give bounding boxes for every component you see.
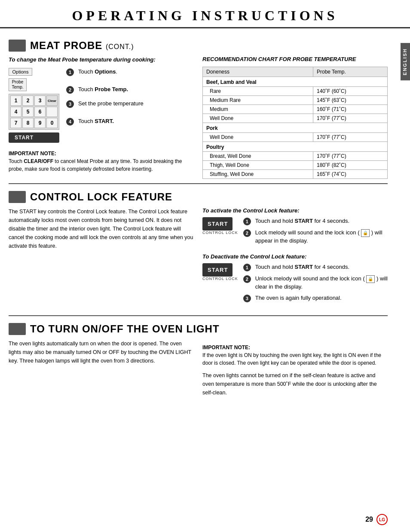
control-lock-sublabel-activate: CONTROL LOCK <box>202 231 238 235</box>
key-1[interactable]: 1 <box>10 95 21 106</box>
oven-light-title: TO TURN ON/OFF THE OVEN LIGHT <box>30 323 220 335</box>
step-1-text: Touch Options. <box>78 68 117 76</box>
activate-steps: 1 Touch and hold START for 4 seconds. 2 … <box>243 217 388 248</box>
keypad-grid: 1 2 3 Clear 4 5 6 7 8 9 0 <box>9 94 59 130</box>
start-control-button-activate[interactable]: START <box>202 217 233 231</box>
step-4-text: Touch START. <box>78 117 114 125</box>
start-control-button-deactivate[interactable]: START <box>202 263 233 277</box>
step-3-num: 3 <box>66 100 74 108</box>
options-button[interactable]: Options <box>9 68 32 76</box>
probe-chart-col: RECOMMENDATION CHART FOR PROBE TEMPERATU… <box>202 56 388 179</box>
control-lock-description: The START key controls the Control Lock … <box>9 207 194 250</box>
key-3[interactable]: 3 <box>34 95 46 106</box>
table-row: Pork <box>203 123 388 132</box>
control-lock-left: The START key controls the Control Lock … <box>9 207 194 311</box>
oven-light-right: IMPORTANT NOTE: If the oven light is ON … <box>202 339 388 397</box>
step-4-row: 4 Touch START. <box>66 117 144 126</box>
category-pork: Pork <box>203 123 388 132</box>
key-7[interactable]: 7 <box>10 118 21 128</box>
probe-table: Doneness Probe Temp. Beef, Lamb and Veal… <box>202 67 388 179</box>
step-1-num: 1 <box>66 68 74 76</box>
table-row: Stuffing, Well Done 165˚F (74˚C) <box>203 169 388 178</box>
key-empty <box>46 107 58 117</box>
step-2-text: Touch Probe Temp. <box>78 86 128 93</box>
key-0[interactable]: 0 <box>46 118 58 128</box>
lock-icon-2: 🔒 <box>366 275 375 283</box>
lock-icon: 🔒 <box>361 229 370 237</box>
ui-elements: Options Probe Temp. 1 2 3 Clear 4 5 6 <box>9 68 59 143</box>
key-5[interactable]: 5 <box>22 107 34 117</box>
table-row: Well Done 170˚F (77˚C) <box>203 114 388 123</box>
keypad-instruction: To change the Meat Probe temperature dur… <box>9 56 194 64</box>
category-poultry: Poultry <box>203 141 388 151</box>
page-number: 29 <box>365 516 373 523</box>
meat-probe-title: MEAT PROBE (cont.) <box>30 40 134 52</box>
activate-step-1: 1 Touch and hold START for 4 seconds. <box>243 217 388 225</box>
oven-light-extra: The oven lights cannot be turned on if t… <box>202 371 388 397</box>
activate-btn-col: START CONTROL LOCK <box>202 217 238 235</box>
control-lock-header: CONTROL LOCK FEATURE <box>9 191 388 203</box>
lg-logo: LG <box>376 514 388 525</box>
deactivate-title: To Deactivate the Control Lock feature: <box>202 253 388 260</box>
step-2-num: 2 <box>66 86 74 94</box>
category-beef: Beef, Lamb and Veal <box>203 77 388 86</box>
deactivate-row: START CONTROL LOCK 1 Touch and hold STAR… <box>202 263 388 306</box>
col-doneness: Doneness <box>203 67 313 77</box>
meat-probe-header: MEAT PROBE (cont.) <box>9 40 388 52</box>
table-row: Rare 140˚F (60˚C) <box>203 86 388 95</box>
important-note: IMPORTANT NOTE: Touch CLEAR/OFF to cance… <box>9 150 194 173</box>
step-3-row: 3 Set the probe temperature <box>66 100 144 108</box>
activate-step-2: 2 Lock melody will sound and the lock ic… <box>243 229 388 245</box>
meat-probe-left: To change the Meat Probe temperature dur… <box>9 56 194 179</box>
start-button[interactable]: START <box>9 132 59 143</box>
step-4-num: 4 <box>66 118 74 126</box>
table-row: Poultry <box>203 141 388 151</box>
oven-light-left: The oven lights automatically turn on wh… <box>9 339 194 397</box>
key-clear[interactable]: Clear <box>46 95 58 106</box>
section-bar-2 <box>9 191 26 203</box>
key-9[interactable]: 9 <box>34 118 46 128</box>
probe-temp-button[interactable]: Probe Temp. <box>9 78 27 91</box>
activate-row: START CONTROL LOCK 1 Touch and hold STAR… <box>202 217 388 248</box>
table-row: Medium Rare 145˚F (63˚C) <box>203 95 388 105</box>
step-3-text: Set the probe temperature <box>78 100 144 108</box>
activate-title: To activate the Control Lock feature: <box>202 207 388 214</box>
control-lock-sublabel-deactivate: CONTROL LOCK <box>202 277 238 281</box>
page-title: Operating Instructions <box>0 8 410 24</box>
steps-col: 1 Touch Options. 2 Touch Probe Temp. 3 S… <box>66 68 144 129</box>
table-row: Well Done 170˚F (77˚C) <box>203 132 388 141</box>
oven-light-description: The oven lights automatically turn on wh… <box>9 339 194 365</box>
key-4[interactable]: 4 <box>10 107 21 117</box>
deactivate-step-3: 3 The oven is again fully operational. <box>243 294 388 302</box>
deactivate-step-2: 2 Unlock melody will sound and the lock … <box>243 275 388 291</box>
table-row: Medium 160˚F (71˚C) <box>203 105 388 114</box>
key-8[interactable]: 8 <box>22 118 34 128</box>
table-row: Thigh, Well Done 180˚F (82˚C) <box>203 160 388 169</box>
sidebar-english: ENGLISH <box>401 43 410 80</box>
important-note-text: Touch CLEAR/OFF to cancel Meat Probe at … <box>9 157 194 173</box>
table-row: Beef, Lamb and Veal <box>203 77 388 86</box>
page-header: Operating Instructions <box>0 0 410 28</box>
table-row: Breast, Well Done 170˚F (77˚C) <box>203 151 388 160</box>
section-bar <box>9 40 26 52</box>
deactivate-steps: 1 Touch and hold START for 4 seconds. 2 … <box>243 263 388 306</box>
chart-title: RECOMMENDATION CHART FOR PROBE TEMPERATU… <box>202 56 388 63</box>
oven-light-note-text: If the oven light is ON by touching the … <box>202 351 388 367</box>
key-6[interactable]: 6 <box>34 107 46 117</box>
control-lock-title: CONTROL LOCK FEATURE <box>30 191 172 203</box>
deactivate-step-1: 1 Touch and hold START for 4 seconds. <box>243 263 388 271</box>
deactivate-btn-col: START CONTROL LOCK <box>202 263 238 281</box>
control-lock-right: To activate the Control Lock feature: ST… <box>202 207 388 311</box>
section-bar-3 <box>9 323 26 335</box>
oven-light-header: TO TURN ON/OFF THE OVEN LIGHT <box>9 323 388 335</box>
step-2-row: 2 Touch Probe Temp. <box>66 86 144 94</box>
col-probe-temp: Probe Temp. <box>313 67 387 77</box>
page-footer: 29 LG <box>0 514 401 525</box>
step-1-row: 1 Touch Options. <box>66 68 144 76</box>
key-2[interactable]: 2 <box>22 95 34 106</box>
oven-light-important-note: IMPORTANT NOTE: If the oven light is ON … <box>202 344 388 367</box>
